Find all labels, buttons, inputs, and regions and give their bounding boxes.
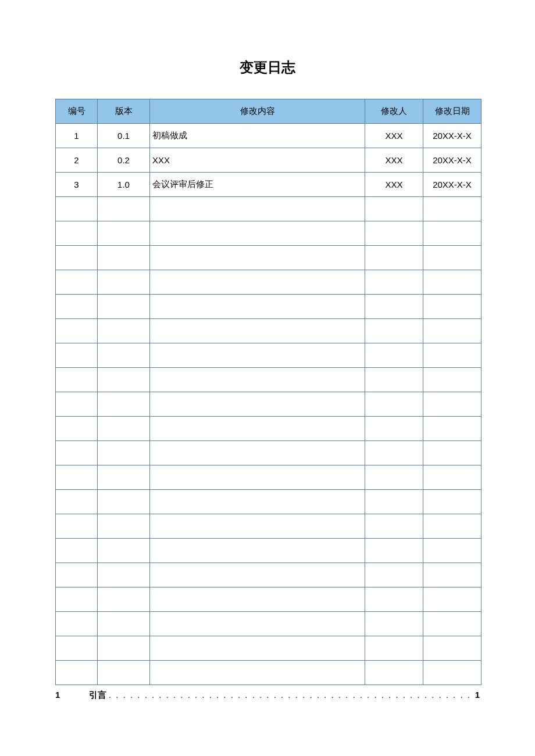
table-row — [56, 221, 482, 246]
table-row — [56, 661, 482, 685]
cell-version: 0.1 — [98, 124, 150, 148]
table-row: 10.1初稿做成XXX20XX-X-X — [56, 124, 482, 148]
cell-version — [98, 368, 150, 392]
cell-version — [98, 636, 150, 661]
cell-date — [423, 514, 482, 539]
cell-version — [98, 490, 150, 514]
cell-content — [150, 343, 365, 368]
cell-date — [423, 270, 482, 295]
cell-version: 1.0 — [98, 173, 150, 197]
cell-num — [56, 197, 98, 221]
cell-date — [423, 661, 482, 685]
cell-date: 20XX-X-X — [423, 124, 482, 148]
table-row — [56, 539, 482, 563]
cell-num — [56, 441, 98, 465]
table-row — [56, 490, 482, 514]
cell-content — [150, 417, 365, 441]
cell-date — [423, 392, 482, 417]
cell-date — [423, 295, 482, 319]
cell-version — [98, 563, 150, 587]
cell-content — [150, 295, 365, 319]
cell-date — [423, 563, 482, 587]
cell-num — [56, 661, 98, 685]
cell-num — [56, 539, 98, 563]
cell-version — [98, 246, 150, 270]
cell-date — [423, 246, 482, 270]
cell-date — [423, 612, 482, 636]
cell-content — [150, 661, 365, 685]
cell-author — [365, 465, 423, 490]
cell-content: 会议评审后修正 — [150, 173, 365, 197]
table-row — [56, 563, 482, 587]
cell-version — [98, 197, 150, 221]
changelog-table: 编号 版本 修改内容 修改人 修改日期 10.1初稿做成XXX20XX-X-X2… — [55, 99, 482, 685]
header-content: 修改内容 — [150, 99, 365, 124]
table-row — [56, 270, 482, 295]
cell-version — [98, 539, 150, 563]
cell-version — [98, 465, 150, 490]
cell-date: 20XX-X-X — [423, 173, 482, 197]
header-author: 修改人 — [365, 99, 423, 124]
cell-content — [150, 197, 365, 221]
cell-num: 2 — [56, 148, 98, 173]
table-row — [56, 368, 482, 392]
cell-date — [423, 343, 482, 368]
table-row — [56, 587, 482, 612]
cell-author — [365, 270, 423, 295]
cell-version — [98, 319, 150, 343]
toc-page: 1 — [473, 690, 480, 700]
cell-num: 3 — [56, 173, 98, 197]
cell-author — [365, 636, 423, 661]
toc-num: 1 — [55, 690, 89, 700]
cell-version — [98, 392, 150, 417]
table-row: 31.0会议评审后修正XXX20XX-X-X — [56, 173, 482, 197]
table-row — [56, 636, 482, 661]
cell-num — [56, 221, 98, 246]
cell-num — [56, 514, 98, 539]
cell-date — [423, 587, 482, 612]
cell-content: XXX — [150, 148, 365, 173]
cell-num — [56, 319, 98, 343]
cell-author — [365, 661, 423, 685]
cell-num — [56, 636, 98, 661]
cell-num — [56, 465, 98, 490]
cell-version — [98, 514, 150, 539]
cell-content — [150, 368, 365, 392]
cell-date — [423, 490, 482, 514]
cell-content — [150, 490, 365, 514]
header-date: 修改日期 — [423, 99, 482, 124]
cell-date — [423, 417, 482, 441]
cell-author — [365, 490, 423, 514]
cell-author — [365, 563, 423, 587]
cell-content — [150, 441, 365, 465]
cell-date — [423, 539, 482, 563]
cell-content — [150, 221, 365, 246]
cell-author: XXX — [365, 173, 423, 197]
cell-content — [150, 270, 365, 295]
cell-content — [150, 465, 365, 490]
cell-author — [365, 319, 423, 343]
cell-version: 0.2 — [98, 148, 150, 173]
cell-author: XXX — [365, 148, 423, 173]
cell-content — [150, 539, 365, 563]
cell-content — [150, 563, 365, 587]
header-num: 编号 — [56, 99, 98, 124]
table-row — [56, 514, 482, 539]
cell-version — [98, 221, 150, 246]
cell-num — [56, 368, 98, 392]
cell-author — [365, 417, 423, 441]
cell-version — [98, 270, 150, 295]
cell-content — [150, 392, 365, 417]
cell-author: XXX — [365, 124, 423, 148]
cell-author — [365, 612, 423, 636]
cell-content — [150, 636, 365, 661]
cell-content — [150, 587, 365, 612]
cell-content — [150, 246, 365, 270]
cell-author — [365, 221, 423, 246]
cell-author — [365, 197, 423, 221]
table-row — [56, 465, 482, 490]
cell-date — [423, 221, 482, 246]
cell-num — [56, 563, 98, 587]
cell-num — [56, 246, 98, 270]
cell-author — [365, 587, 423, 612]
